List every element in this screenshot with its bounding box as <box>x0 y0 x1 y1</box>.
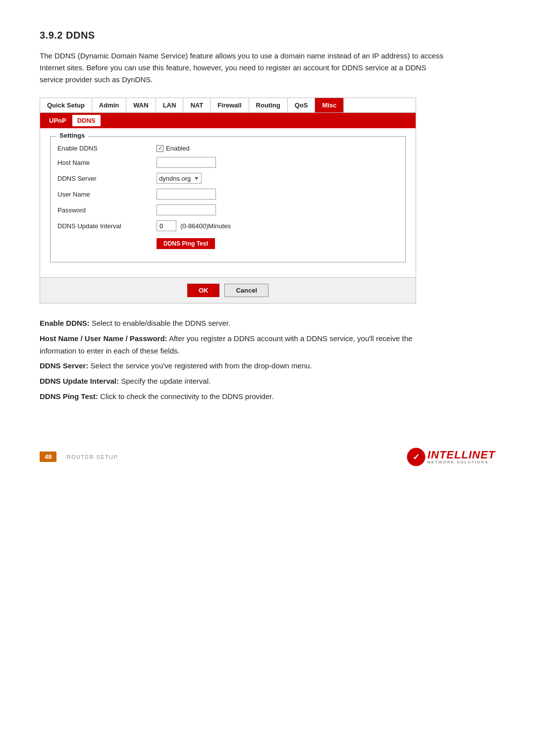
intellinet-logo-icon: ✓ <box>407 448 426 466</box>
control-hostname <box>157 157 216 168</box>
nav-item-admin[interactable]: Admin <box>92 98 126 112</box>
panel-footer: OK Cancel <box>40 277 416 303</box>
term-pingtest: DDNS Ping Test: <box>40 392 98 401</box>
text-ddnsserver: Select the service you've registered wit… <box>88 361 312 370</box>
descriptions-block: Enable DDNS: Select to enable/disable th… <box>40 317 446 403</box>
ddns-ping-test-button[interactable]: DDNS Ping Test <box>157 238 215 249</box>
cancel-button[interactable]: Cancel <box>224 284 268 297</box>
desc-ddnsserver: DDNS Server: Select the service you've r… <box>40 360 446 372</box>
select-arrow-icon: ▼ <box>194 175 199 181</box>
control-ddnsserver: dyndns.org ▼ <box>157 173 202 184</box>
page-footer: 48 ROUTER SETUP ✓ INTELLINET NETWORK SOL… <box>40 443 495 466</box>
form-row-pingtest: DDNS Ping Test <box>157 236 398 249</box>
text-enableddns: Select to enable/disable the DDNS server… <box>90 319 230 327</box>
intellinet-logo: ✓ INTELLINET NETWORK SOLUTIONS <box>407 448 495 466</box>
checkbox-icon[interactable]: ✓ <box>157 145 163 152</box>
select-ddnsserver[interactable]: dyndns.org ▼ <box>157 173 202 184</box>
nav-item-misc[interactable]: Misc <box>315 98 344 112</box>
label-username: User Name <box>57 191 157 198</box>
term-interval: DDNS Update Interval: <box>40 377 119 385</box>
settings-legend: Settings <box>56 132 88 139</box>
form-row-username: User Name <box>57 189 398 200</box>
ok-button[interactable]: OK <box>187 284 220 297</box>
select-ddnsserver-value: dyndns.org <box>159 175 191 182</box>
text-pingtest: Click to check the connectivity to the D… <box>98 392 273 401</box>
control-password <box>157 204 216 215</box>
sub-nav: UPnP DDNS <box>40 113 416 128</box>
desc-enableddns: Enable DDNS: Select to enable/disable th… <box>40 317 446 330</box>
page-number: 48 <box>40 452 56 462</box>
input-password[interactable] <box>157 204 216 215</box>
form-row-enableddns: Enable DDNS ✓ Enabled <box>57 145 398 152</box>
panel-body: Settings Enable DDNS ✓ Enabled Host Name <box>40 128 416 277</box>
control-enableddns: ✓ Enabled <box>157 145 190 152</box>
label-ddnsserver: DDNS Server <box>57 175 157 182</box>
term-ddnsserver: DDNS Server: <box>40 361 88 370</box>
desc-hostname: Host Name / User Name / Password: After … <box>40 333 446 357</box>
nav-item-firewall[interactable]: Firewall <box>211 98 249 112</box>
input-hostname[interactable] <box>157 157 216 168</box>
control-username <box>157 189 216 200</box>
nav-item-qos[interactable]: QoS <box>288 98 316 112</box>
svg-text:✓: ✓ <box>413 452 420 461</box>
control-interval: (0-86400)Minutes <box>157 220 231 231</box>
form-row-interval: DDNS Update Interval (0-86400)Minutes <box>57 220 398 231</box>
section-title: 3.9.2 DDNS <box>40 30 495 41</box>
text-interval: Specify the update interval. <box>119 377 211 385</box>
label-interval: DDNS Update Interval <box>57 222 157 230</box>
checkbox-enabled-text: Enabled <box>166 145 190 152</box>
label-hostname: Host Name <box>57 159 157 166</box>
settings-group: Settings Enable DDNS ✓ Enabled Host Name <box>50 136 406 262</box>
nav-item-wan[interactable]: WAN <box>126 98 156 112</box>
form-row-hostname: Host Name <box>57 157 398 168</box>
subnav-ddns[interactable]: DDNS <box>72 115 101 126</box>
input-username[interactable] <box>157 189 216 200</box>
logo-sub-text: NETWORK SOLUTIONS <box>428 460 495 464</box>
intro-text: The DDNS (Dynamic Domain Name Service) f… <box>40 50 446 86</box>
label-password: Password <box>57 206 157 214</box>
nav-item-routing[interactable]: Routing <box>249 98 288 112</box>
router-panel: Quick Setup Admin WAN LAN NAT Firewall R… <box>40 98 416 303</box>
desc-interval: DDNS Update Interval: Specify the update… <box>40 375 446 388</box>
footer-router-setup-label: ROUTER SETUP <box>66 454 118 460</box>
label-enableddns: Enable DDNS <box>57 145 157 152</box>
subnav-upnp[interactable]: UPnP <box>44 115 71 126</box>
nav-item-lan[interactable]: LAN <box>156 98 184 112</box>
nav-item-quicksetup[interactable]: Quick Setup <box>40 98 92 112</box>
desc-pingtest: DDNS Ping Test: Click to check the conne… <box>40 391 446 403</box>
nav-bar: Quick Setup Admin WAN LAN NAT Firewall R… <box>40 98 416 113</box>
footer-left: 48 ROUTER SETUP <box>40 452 118 462</box>
checkbox-enabled-label[interactable]: ✓ Enabled <box>157 145 190 152</box>
form-row-ddnsserver: DDNS Server dyndns.org ▼ <box>57 173 398 184</box>
logo-main-text: INTELLINET <box>428 450 495 460</box>
interval-hint: (0-86400)Minutes <box>180 222 231 230</box>
input-interval[interactable] <box>157 220 176 231</box>
nav-item-nat[interactable]: NAT <box>183 98 211 112</box>
term-enableddns: Enable DDNS: <box>40 319 90 327</box>
form-row-password: Password <box>57 204 398 215</box>
term-hostname: Host Name / User Name / Password: <box>40 334 167 343</box>
logo-text: INTELLINET NETWORK SOLUTIONS <box>428 450 495 464</box>
